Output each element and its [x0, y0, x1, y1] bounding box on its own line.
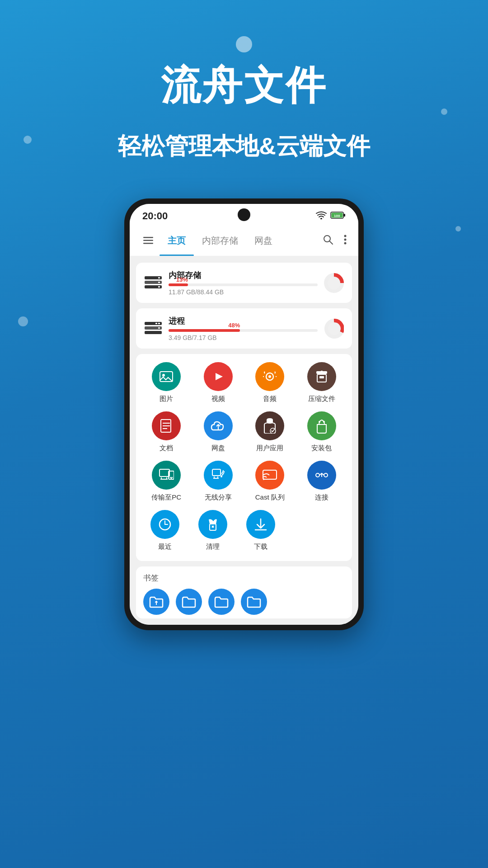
nav-tabs: 主页 内部存储 网盘	[160, 226, 319, 256]
status-time: 20:00	[142, 210, 168, 222]
download-label: 下载	[254, 542, 267, 551]
bookmark-icon-3	[208, 589, 235, 615]
svg-line-9	[329, 241, 333, 244]
cast-label: Cast 队列	[255, 493, 285, 502]
tab-cloud[interactable]: 网盘	[246, 226, 281, 256]
grid-row-3: 传输至PC	[141, 461, 347, 502]
svg-rect-22	[145, 331, 162, 334]
user-apps-icon-circle	[255, 411, 284, 440]
grid-item-transfer-pc[interactable]: 传输至PC	[148, 461, 184, 502]
bookmark-title: 书签	[143, 573, 345, 583]
internal-storage-card[interactable]: 内部存储 13% 11.87 GB/88.44 GB	[136, 263, 352, 303]
transfer-pc-label: 传输至PC	[151, 493, 181, 502]
internal-storage-name: 内部存储	[169, 270, 318, 281]
svg-point-55	[221, 476, 222, 477]
decorative-dot-4	[18, 316, 28, 326]
grid-item-wireless[interactable]: 无线分享	[200, 461, 236, 502]
grid-item-clean[interactable]: 清理	[195, 510, 231, 551]
phone-mockup: 20:00	[124, 198, 364, 630]
tab-internal-storage[interactable]: 内部存储	[194, 226, 246, 256]
cast-icon-circle	[255, 461, 284, 490]
audio-icon-circle	[255, 362, 284, 391]
svg-point-50	[171, 478, 172, 479]
hamburger-menu-icon[interactable]	[137, 227, 160, 255]
internal-storage-icon	[144, 274, 162, 292]
grid-item-apk[interactable]: 安装包	[304, 411, 340, 453]
svg-rect-25	[158, 327, 160, 329]
pictures-label: 图片	[160, 395, 173, 403]
recent-label: 最近	[158, 542, 172, 551]
internal-storage-info: 内部存储 13% 11.87 GB/88.44 GB	[169, 270, 318, 296]
connect-label: 连接	[315, 493, 328, 502]
grid-item-cast[interactable]: Cast 队列	[252, 461, 288, 502]
more-options-button[interactable]	[339, 230, 351, 251]
grid-item-video[interactable]: 视频	[200, 362, 236, 403]
svg-point-0	[320, 218, 322, 219]
svg-marker-29	[216, 373, 223, 380]
internal-storage-size: 11.87 GB/88.44 GB	[169, 288, 318, 296]
svg-point-43	[323, 421, 325, 423]
transfer-pc-icon-circle	[152, 461, 181, 490]
process-pie	[324, 319, 344, 339]
svg-rect-24	[155, 323, 157, 324]
grid-item-user-apps[interactable]: 用户应用	[252, 411, 288, 453]
decorative-dot-3	[455, 226, 461, 231]
svg-text:100: 100	[334, 214, 340, 218]
tab-home[interactable]: 主页	[160, 226, 194, 256]
grid-item-docs[interactable]: 文档	[148, 411, 184, 453]
svg-rect-7	[143, 243, 153, 244]
docs-label: 文档	[160, 444, 173, 453]
user-apps-label: 用户应用	[256, 444, 283, 453]
svg-rect-44	[160, 469, 169, 476]
svg-point-59	[324, 473, 328, 477]
status-bar: 20:00	[130, 204, 358, 226]
bookmark-item-4[interactable]	[241, 589, 267, 615]
svg-rect-18	[158, 286, 160, 288]
process-card[interactable]: 进程 48% 3.49 GB/7.17 GB	[136, 308, 352, 349]
clean-label: 清理	[206, 542, 220, 551]
internal-storage-pie	[324, 273, 344, 293]
bookmark-item-2[interactable]	[176, 589, 202, 615]
bookmark-icon-1	[143, 589, 169, 615]
svg-rect-34	[319, 376, 324, 378]
header-dot	[236, 36, 252, 52]
connect-icon-circle	[307, 461, 336, 490]
battery-icon: 100	[330, 211, 346, 221]
nav-bar: 主页 内部存储 网盘	[130, 226, 358, 256]
archive-label: 压缩文件	[308, 395, 335, 403]
search-button[interactable]	[319, 230, 338, 251]
bookmark-section: 书签	[136, 566, 352, 618]
apk-label: 安装包	[311, 444, 332, 453]
cloudrive-label: 网盘	[211, 444, 225, 453]
svg-point-10	[344, 235, 347, 237]
bookmark-item-3[interactable]	[208, 589, 235, 615]
grid-item-audio[interactable]: 音频	[252, 362, 288, 403]
bookmark-icon-4	[241, 589, 267, 615]
bookmark-item-1[interactable]	[143, 589, 169, 615]
svg-point-11	[344, 239, 347, 241]
bookmark-row	[143, 589, 345, 615]
wifi-icon	[316, 211, 327, 221]
video-label: 视频	[211, 395, 225, 403]
status-icons: 100	[316, 211, 346, 221]
svg-rect-16	[158, 277, 160, 278]
nav-actions	[319, 230, 351, 251]
pictures-icon-circle	[152, 362, 181, 391]
internal-storage-bar-wrap: 13%	[169, 283, 318, 286]
wireless-label: 无线分享	[205, 493, 232, 502]
app-header: 流舟文件 轻松管理本地&云端文件	[0, 0, 488, 171]
grid-item-cloudrive[interactable]: 网盘	[200, 411, 236, 453]
process-name: 进程	[169, 316, 318, 326]
grid-item-recent[interactable]: 最近	[147, 510, 183, 551]
svg-rect-6	[143, 240, 153, 241]
grid-row-2: 文档 网盘	[141, 411, 347, 453]
clean-icon-circle	[198, 510, 227, 539]
grid-item-connect[interactable]: 连接	[304, 461, 340, 502]
bookmark-icon-2	[176, 589, 202, 615]
grid-row-4: 最近 清理	[141, 510, 347, 551]
grid-item-download[interactable]: 下载	[243, 510, 279, 551]
main-content: 内部存储 13% 11.87 GB/88.44 GB	[130, 256, 358, 625]
grid-item-pictures[interactable]: 图片	[148, 362, 184, 403]
grid-item-archive[interactable]: 压缩文件	[304, 362, 340, 403]
svg-rect-56	[263, 470, 277, 479]
